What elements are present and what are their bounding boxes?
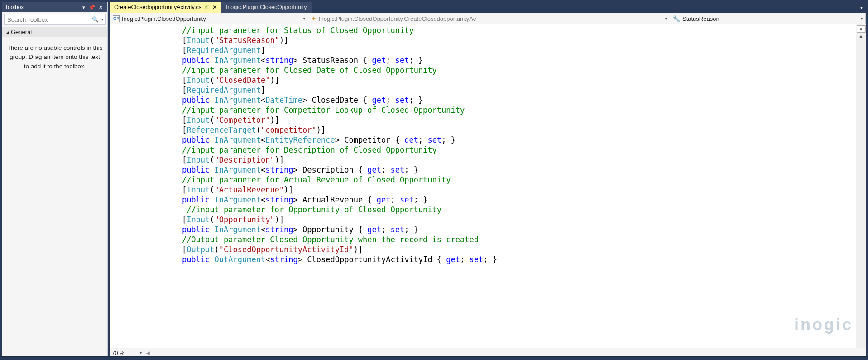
tab-inactive[interactable]: Inogic.Plugin.ClosedOpportunity <box>221 2 312 13</box>
tab-label: Inogic.Plugin.ClosedOpportunity <box>226 4 307 10</box>
editor-margin <box>110 24 139 348</box>
chevron-down-icon: ▾ <box>662 17 667 21</box>
search-options-icon[interactable]: ▾ <box>101 18 105 22</box>
toolbox-title: Toolbox <box>5 4 81 10</box>
toolbox-header: Toolbox ▾ 📌 ✕ <box>2 2 107 12</box>
nav-member-label: StatusReason <box>682 15 719 22</box>
tab-active[interactable]: CreateClosedopportunityActivity.cs ⇱ ✕ <box>110 2 221 13</box>
pin-icon[interactable]: ⇱ <box>205 5 209 10</box>
chevron-down-icon: ▾ <box>301 17 305 21</box>
nav-scope-label: Inogic.Plugin.ClosedOpportunity <box>122 15 206 22</box>
split-window-icon[interactable]: ≡ <box>857 25 866 33</box>
csharp-icon: C# <box>113 15 120 22</box>
search-icon[interactable]: 🔍 <box>89 16 101 23</box>
nav-member-dropdown[interactable]: 🔧 StatusReason ▾ <box>670 13 866 24</box>
toolbox-search-input[interactable] <box>5 15 89 24</box>
class-icon: ✦ <box>311 15 317 22</box>
window-options-icon[interactable]: ▾ <box>81 5 87 10</box>
scroll-up-icon[interactable]: ▲ <box>857 34 865 38</box>
navigation-bar: C# Inogic.Plugin.ClosedOpportunity ▾ ✦ I… <box>110 13 866 24</box>
tab-overflow-icon[interactable]: ▾ <box>857 2 866 13</box>
toolbox-search[interactable]: 🔍 ▾ <box>4 14 106 25</box>
wrench-icon: 🔧 <box>673 15 680 22</box>
nav-type-label: Inogic.Plugin.ClosedOpportunity.CreateCl… <box>319 15 476 22</box>
code-body[interactable]: //input parameter for Status of Closed O… <box>139 24 856 348</box>
pin-icon[interactable]: 📌 <box>87 5 97 10</box>
status-bar <box>0 356 868 360</box>
tab-label: CreateClosedopportunityActivity.cs <box>114 4 201 10</box>
editor-right-widgets: ≡ ▲ <box>856 24 866 348</box>
code-editor[interactable]: //input parameter for Status of Closed O… <box>110 24 866 348</box>
toolbox-group-label: General <box>11 29 32 35</box>
scroll-left-icon[interactable]: ◀ <box>145 350 151 355</box>
close-icon[interactable]: ✕ <box>212 4 217 10</box>
toolbox-panel: Toolbox ▾ 📌 ✕ 🔍 ▾ ◢ General There are no… <box>2 2 108 358</box>
chevron-down-icon: ▾ <box>858 17 863 21</box>
toolbox-empty-message: There are no usable controls in this gro… <box>2 37 107 77</box>
nav-scope-dropdown[interactable]: C# Inogic.Plugin.ClosedOpportunity ▾ <box>110 13 308 24</box>
tab-row: CreateClosedopportunityActivity.cs ⇱ ✕ I… <box>110 2 866 13</box>
close-icon[interactable]: ✕ <box>97 5 105 10</box>
collapse-icon: ◢ <box>6 30 9 34</box>
editor-area: CreateClosedopportunityActivity.cs ⇱ ✕ I… <box>110 2 866 358</box>
toolbox-group-header[interactable]: ◢ General <box>2 27 107 37</box>
nav-type-dropdown[interactable]: ✦ Inogic.Plugin.ClosedOpportunity.Create… <box>308 13 670 24</box>
